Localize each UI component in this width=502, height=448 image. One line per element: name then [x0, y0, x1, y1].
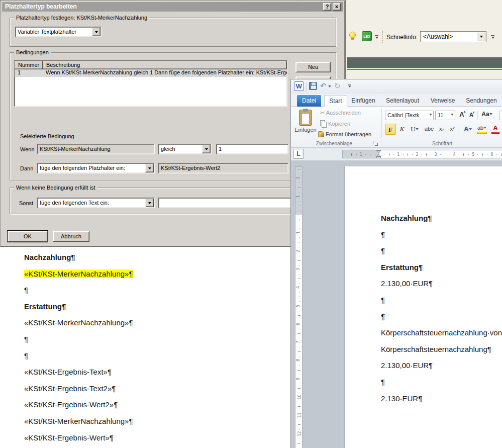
bold-button[interactable]: F: [385, 124, 396, 135]
schnellinfo-combobox[interactable]: <Auswahl>: [420, 31, 486, 42]
cut-button[interactable]: ✂ Ausschneiden: [320, 110, 361, 116]
undo-dropdown-icon[interactable]: [328, 85, 331, 87]
document-line-text: ¶: [24, 351, 28, 360]
placeholder-type-group: Platzhaltertyp festlegen: KSt/KSt-Merker…: [10, 18, 336, 47]
shrink-font-button[interactable]: A▼: [467, 112, 475, 118]
ruler-dot: [299, 237, 299, 238]
ruler-dot: [412, 154, 413, 155]
operator-combobox[interactable]: gleich: [158, 144, 212, 154]
dann-dropdown-button[interactable]: [145, 164, 154, 172]
ruler-number: 1: [397, 152, 399, 157]
text-effects-button[interactable]: A: [462, 124, 474, 135]
undo-icon[interactable]: ↶: [320, 81, 327, 91]
document-line: Körperschaftsteuernachzahlung¶: [381, 345, 491, 353]
toolbar-options-dropdown[interactable]: [373, 34, 380, 43]
ruler-number: 4: [296, 286, 300, 289]
text-highlight-button[interactable]: ab: [475, 124, 488, 135]
ruler-number: 2: [296, 176, 300, 179]
sonst-text-edit[interactable]: [158, 198, 299, 208]
document-line-text: ¶: [24, 286, 28, 294]
tab-sendungen[interactable]: Sendungen: [462, 95, 501, 107]
ruler-tick: [298, 297, 300, 297]
lex-addin-icon[interactable]: LEX: [362, 31, 372, 41]
dann-action-combobox[interactable]: füge den folgenden Platzhalter ein:: [37, 163, 155, 173]
ruler-tick: [408, 153, 408, 156]
ruler-number: 2: [296, 250, 300, 252]
schnellinfo-dropdown-button[interactable]: [477, 32, 485, 41]
tab-selector[interactable]: L: [293, 149, 304, 159]
ruler-number: 1: [360, 152, 362, 157]
clipboard-group-label: Zwischenablage: [291, 141, 377, 146]
lightbulb-icon[interactable]: [349, 32, 356, 40]
table-row[interactable]: 1Wenn KSt/KSt-MerkerNachzahlung gleich 1…: [15, 69, 287, 77]
column-header[interactable]: Beschreibung: [43, 61, 287, 69]
tab-seitenlayout[interactable]: Seitenlayout: [381, 95, 424, 107]
schnellinfo-value: <Auswahl>: [423, 33, 453, 40]
new-condition-button[interactable]: Neu: [295, 62, 331, 72]
ruler-dot: [393, 154, 394, 155]
tab-einfügen[interactable]: Einfügen: [348, 95, 378, 107]
operator-dropdown-button[interactable]: [202, 145, 211, 153]
schnellinfo-options-dropdown[interactable]: [489, 34, 496, 43]
font-size-combobox[interactable]: 11: [435, 111, 455, 120]
horizontal-ruler[interactable]: 1123456: [342, 150, 502, 158]
cancel-button[interactable]: Abbruch: [53, 231, 89, 242]
ruler-tick: [298, 188, 300, 188]
clipboard-dialog-launcher-icon[interactable]: [372, 140, 378, 146]
document-line: ¶: [24, 351, 28, 360]
document-line-text: «KSt/KSt-Ergebnis-Text2»¶: [24, 384, 116, 393]
placeholder-type-dropdown-button[interactable]: [92, 28, 101, 36]
document-line-text: ¶: [381, 378, 385, 386]
ruler-number: 3: [296, 268, 300, 271]
placeholder-type-combobox[interactable]: Variabler Textplatzhalter: [15, 27, 102, 37]
font-name-combobox[interactable]: Calibri (Textk: [385, 111, 434, 120]
background-document[interactable]: Nachzahlung¶«KSt/KSt-MerkerNachzahlung»¶…: [0, 247, 290, 448]
font-color-button[interactable]: A: [490, 124, 501, 135]
selected-condition-label: Selektierte Bedingung: [20, 133, 74, 139]
format-painter-button[interactable]: Format übertragen: [318, 131, 371, 137]
vertical-ruler[interactable]: 21123456789101112: [295, 166, 303, 448]
change-case-button[interactable]: Aa: [480, 111, 493, 118]
redo-icon[interactable]: ↻: [334, 81, 341, 91]
close-button[interactable]: ×: [333, 3, 341, 11]
font-row2-separator: [459, 125, 459, 134]
grow-font-button[interactable]: A▲: [457, 111, 466, 118]
tab-verweise[interactable]: Verweise: [427, 95, 459, 107]
dialog-titlebar[interactable]: Platzhaltertyp bearbeiten: [2, 2, 343, 12]
tab-start[interactable]: Start: [324, 95, 347, 107]
strikethrough-button[interactable]: abe: [423, 124, 436, 135]
document-line-text: ¶: [381, 296, 385, 304]
copy-button[interactable]: Kopieren: [320, 120, 350, 127]
ruler-number: 3: [435, 152, 437, 157]
save-icon[interactable]: [309, 82, 317, 90]
column-header[interactable]: Nummer: [15, 61, 43, 69]
ruler-dot: [299, 365, 299, 366]
help-button[interactable]: ?: [323, 3, 331, 11]
font-name-value: Calibri (Textk: [387, 112, 427, 118]
document-area[interactable]: 21123456789101112 Nachzahlung¶¶¶Erstattu…: [291, 160, 502, 448]
sonst-action-combobox[interactable]: füge den folgenden Text ein:: [37, 198, 155, 208]
conditions-listbox[interactable]: NummerBeschreibung1Wenn KSt/KSt-MerkerNa…: [14, 60, 287, 107]
document-line: «KSt/KSt-MerkerNachzahlung»¶: [24, 270, 133, 278]
cut-off-control: [499, 111, 502, 120]
word-logo-icon[interactable]: W: [294, 81, 304, 91]
ruler-tick: [426, 153, 427, 156]
superscript-button[interactable]: x²: [447, 124, 457, 135]
ruler-dot: [299, 356, 299, 356]
ruler-number: 6: [490, 152, 493, 157]
underline-button[interactable]: U: [408, 124, 421, 135]
italic-button[interactable]: K: [397, 124, 407, 135]
tab-datei[interactable]: Datei: [297, 95, 321, 107]
ok-button[interactable]: OK: [8, 231, 48, 242]
document-line: «KSt/KSt-Ergebnis-Wert»¶: [24, 433, 114, 442]
indent-marker-icon[interactable]: [376, 150, 381, 158]
ruler-dot: [299, 210, 299, 211]
paste-button[interactable]: Einfügen: [294, 109, 317, 139]
word-document-page[interactable]: Nachzahlung¶¶¶Erstattung¶2.130,00·EUR¶¶¶…: [345, 166, 502, 448]
sonst-dropdown-button[interactable]: [145, 199, 154, 207]
ruler-dot: [440, 154, 441, 155]
condition-value-edit[interactable]: 1: [216, 144, 288, 154]
qat-customize-dropdown[interactable]: [346, 82, 353, 92]
document-line-text: Erstattung¶: [381, 263, 423, 272]
subscript-button[interactable]: x₂: [437, 124, 447, 135]
